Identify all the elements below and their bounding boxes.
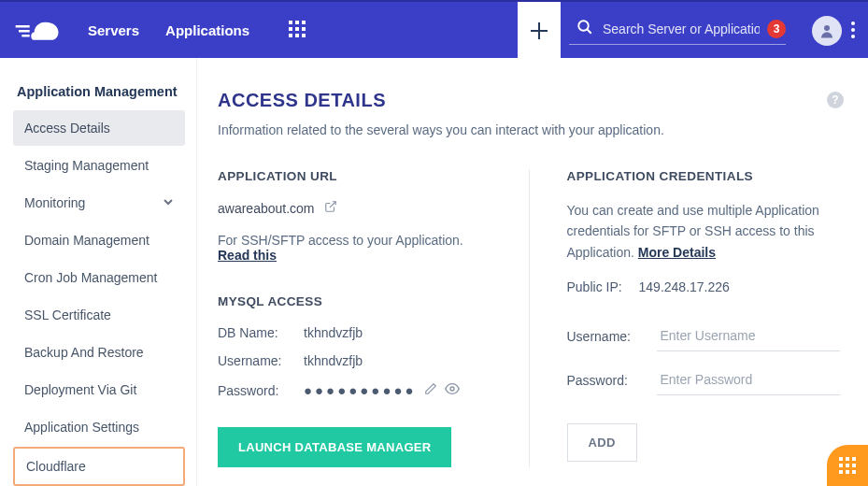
topbar-right: 3	[569, 2, 868, 60]
svg-rect-26	[846, 464, 849, 467]
password-input[interactable]	[657, 364, 841, 395]
notification-badge[interactable]: 3	[767, 20, 786, 38]
username-label: Username:	[567, 329, 657, 344]
sidebar: Application Management Access Details St…	[0, 58, 196, 486]
more-menu-icon[interactable]	[851, 21, 855, 41]
nav-servers[interactable]: Servers	[88, 22, 139, 38]
sidebar-item-backup-and-restore[interactable]: Backup And Restore	[13, 335, 185, 370]
mysql-password-label: Password:	[218, 383, 304, 398]
mysql-dbname-label: DB Name:	[218, 325, 304, 340]
svg-rect-5	[302, 21, 306, 24]
password-field-row: Password:	[567, 364, 841, 395]
public-ip-label: Public IP:	[567, 279, 622, 294]
svg-rect-24	[852, 457, 856, 461]
sidebar-item-cron-job-management[interactable]: Cron Job Management	[13, 260, 185, 295]
sidebar-item-staging-management[interactable]: Staging Management	[13, 148, 185, 183]
svg-rect-11	[302, 34, 306, 37]
svg-rect-25	[839, 464, 843, 467]
sidebar-item-label: Deployment Via Git	[24, 382, 136, 397]
sidebar-item-ssl-certificate[interactable]: SSL Certificate	[13, 297, 185, 333]
section-application-url-heading: APPLICATION URL	[218, 169, 491, 183]
svg-rect-0	[16, 25, 30, 28]
svg-line-20	[329, 202, 334, 207]
page-subtitle: Information related to the several ways …	[218, 122, 840, 137]
public-ip-row: Public IP: 149.248.17.226	[567, 279, 841, 294]
col-left: APPLICATION URL awareabout.com For SSH/S…	[218, 169, 491, 467]
top-bar: Servers Applications 3	[0, 0, 868, 58]
nav-applications[interactable]: Applications	[165, 22, 249, 38]
add-button[interactable]	[518, 2, 561, 60]
sidebar-item-label: Cloudflare	[26, 459, 86, 474]
sidebar-item-label: Monitoring	[24, 195, 85, 210]
svg-rect-6	[289, 27, 292, 31]
username-input[interactable]	[657, 321, 841, 351]
svg-point-21	[450, 387, 454, 391]
edit-icon[interactable]	[424, 382, 437, 398]
open-external-icon[interactable]	[324, 200, 337, 216]
username-field-row: Username:	[567, 321, 841, 351]
ssh-hint-text: For SSH/SFTP access to your Application.	[218, 233, 463, 248]
sidebar-item-label: Access Details	[24, 121, 110, 136]
sidebar-item-deployment-via-git[interactable]: Deployment Via Git	[13, 372, 185, 407]
columns: APPLICATION URL awareabout.com For SSH/S…	[218, 169, 840, 467]
public-ip-value: 149.248.17.226	[639, 279, 730, 294]
svg-point-17	[851, 21, 855, 25]
avatar[interactable]	[812, 16, 842, 46]
more-details-link[interactable]: More Details	[638, 245, 716, 260]
eye-icon[interactable]	[445, 381, 460, 399]
add-credential-button[interactable]: ADD	[567, 423, 637, 462]
read-this-link[interactable]: Read this	[218, 248, 277, 263]
application-url-row: awareabout.com	[218, 200, 491, 216]
svg-rect-27	[852, 464, 856, 467]
grid-icon	[839, 457, 856, 474]
sidebar-item-monitoring[interactable]: Monitoring	[13, 185, 185, 221]
svg-rect-3	[289, 21, 292, 24]
password-label: Password:	[567, 373, 657, 388]
ssh-hint: For SSH/SFTP access to your Application.…	[218, 233, 491, 263]
apps-grid-icon[interactable]	[289, 21, 306, 40]
mysql-dbname-row: DB Name: tkhndvzfjb	[218, 325, 491, 340]
search-group: 3	[569, 18, 786, 45]
sidebar-title: Application Management	[13, 84, 185, 99]
svg-rect-1	[19, 30, 30, 33]
vertical-divider	[529, 169, 530, 467]
svg-point-18	[851, 28, 855, 32]
sidebar-item-label: Cron Job Management	[24, 270, 157, 285]
section-mysql-heading: MYSQL ACCESS	[218, 294, 491, 308]
svg-rect-7	[295, 27, 299, 31]
search-input[interactable]	[601, 18, 761, 40]
mysql-username-value: tkhndvzfjb	[304, 353, 363, 368]
svg-point-19	[851, 35, 855, 38]
content: Application Management Access Details St…	[0, 58, 868, 486]
sidebar-item-label: Staging Management	[24, 158, 149, 173]
sidebar-item-label: SSL Certificate	[24, 307, 111, 322]
svg-line-15	[587, 29, 591, 34]
sidebar-item-domain-management[interactable]: Domain Management	[13, 222, 185, 258]
mysql-username-label: Username:	[218, 353, 304, 368]
mysql-username-row: Username: tkhndvzfjb	[218, 353, 491, 368]
sidebar-item-application-settings[interactable]: Application Settings	[13, 409, 185, 445]
svg-rect-10	[295, 34, 299, 37]
floating-action-button[interactable]	[827, 445, 868, 486]
mysql-password-row: Password: ●●●●●●●●●●	[218, 381, 491, 399]
svg-point-16	[824, 25, 830, 31]
svg-rect-2	[21, 35, 29, 37]
application-url: awareabout.com	[218, 201, 315, 216]
search-icon[interactable]	[576, 19, 593, 38]
svg-rect-4	[295, 21, 299, 24]
svg-rect-28	[839, 470, 843, 474]
help-icon[interactable]: ?	[827, 92, 844, 108]
svg-point-14	[578, 21, 589, 31]
plus-icon	[529, 21, 549, 41]
sidebar-item-label: Backup And Restore	[24, 345, 144, 360]
launch-database-manager-button[interactable]: LAUNCH DATABASE MANAGER	[218, 427, 451, 467]
sidebar-item-label: Domain Management	[24, 233, 149, 248]
page-title: ACCESS DETAILS	[218, 90, 840, 111]
svg-rect-8	[302, 27, 306, 31]
cloud-logo-icon	[14, 16, 61, 44]
chevron-down-icon	[163, 195, 174, 210]
sidebar-item-access-details[interactable]: Access Details	[13, 110, 185, 146]
sidebar-item-cloudflare[interactable]: Cloudflare	[13, 447, 185, 486]
svg-rect-22	[839, 457, 843, 461]
logo[interactable]	[0, 16, 75, 44]
